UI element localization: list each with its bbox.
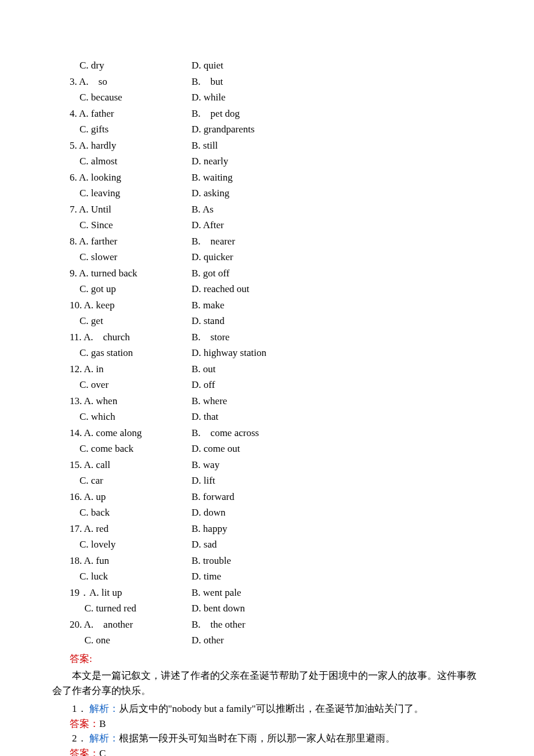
mc-row: 3. A. soB. but [52,74,482,89]
mc-row: C. leavingD. asking [52,186,482,201]
mc-row: 18. A. funB. trouble [52,553,482,568]
mc-option-right: B. out [192,362,216,377]
explanation-body: 从后文中的"nobody but a family"可以推断出，在圣诞节加油站关… [119,703,424,714]
mc-option-left: C. slower [70,250,192,265]
mc-option-left: C. dry [70,58,192,73]
mc-option-left: C. come back [70,441,192,456]
mc-option-right: B. come across [192,426,259,441]
answer-line: 答案：B [52,717,482,732]
mc-option-left: 3. A. so [70,74,192,89]
mc-option-right: B. happy [192,521,227,537]
mc-option-right: D. stand [192,314,225,329]
mc-option-right: B. forward [192,489,234,505]
mc-row: C. backD. down [52,505,482,520]
mc-option-left: 19．A. lit up [70,585,192,600]
mc-row: 16. A. upB. forward [52,489,482,505]
mc-option-left: C. one [70,633,192,648]
mc-option-right: D. sad [192,537,217,552]
mc-row: C. getD. stand [52,314,482,329]
mc-option-left: 13. A. when [70,394,192,409]
mc-option-left: C. lovely [70,537,192,552]
mc-row: C. oneD. other [52,633,482,648]
mc-option-right: B. where [192,394,227,409]
mc-option-right: B. but [192,74,223,89]
mc-option-right: D. time [192,569,221,584]
mc-option-right: D. off [192,377,215,393]
mc-option-left: 9. A. turned back [70,266,192,281]
answer-line: 答案：C [52,746,482,757]
explanation-label: 解析： [89,733,119,744]
mc-option-left: C. back [70,505,192,520]
mc-option-left: C. leaving [70,186,192,201]
mc-row: C. whichD. that [52,409,482,424]
intro-paragraph: 本文是一篇记叙文，讲述了作者的父亲在圣诞节帮助了处于困境中的一家人的故事。这件事… [35,668,482,698]
mc-option-left: C. car [70,473,192,488]
mc-option-left: 17. A. red [70,521,192,537]
mc-option-left: C. Since [70,218,192,233]
mc-row: C. SinceD. After [52,218,482,233]
mc-row: 15. A. callB. way [52,458,482,473]
mc-option-left: C. gifts [70,122,192,137]
explanation-number: 1． [72,703,87,714]
mc-option-left: C. almost [70,154,192,169]
explanation: 1．解析：从后文中的"nobody but a family"可以推断出，在圣诞… [35,701,482,717]
mc-option-left: 4. A. father [70,106,192,121]
mc-option-left: 6. A. looking [70,170,192,185]
mc-row: C. becauseD. while [52,90,482,105]
mc-option-left: C. because [70,90,192,105]
mc-option-right: B. the other [192,617,246,632]
mc-option-right: B. got off [192,266,229,281]
mc-option-right: D. that [192,409,218,424]
explanation: 2．解析：根据第一段开头可知当时在下雨，所以那一家人站在那里避雨。 [35,731,482,746]
mc-option-left: 5. A. hardly [70,138,192,153]
mc-row: 11. A. churchB. store [52,330,482,345]
mc-option-right: D. nearly [192,154,228,169]
mc-option-right: D. while [192,90,226,105]
mc-row: 9. A. turned backB. got off [52,266,482,281]
explanations: 1．解析：从后文中的"nobody but a family"可以推断出，在圣诞… [52,701,482,756]
mc-option-left: 8. A. farther [70,234,192,249]
mc-option-right: D. down [192,505,226,520]
mc-option-right: D. After [192,218,224,233]
mc-row: C. almostD. nearly [52,154,482,169]
answer-label: 答案： [70,748,99,757]
mc-option-right: B. went pale [192,585,241,600]
mc-option-left: 12. A. in [70,362,192,377]
mc-option-right: B. make [192,298,225,313]
mc-option-right: D. highway station [192,345,266,361]
mc-option-left: 14. A. come along [70,426,192,441]
mc-option-right: D. other [192,633,224,648]
mc-option-left: 16. A. up [70,489,192,505]
document-page: C. dryD. quiet3. A. soB. but C. becauseD… [0,0,534,756]
mc-option-right: D. quicker [192,250,233,265]
mc-row: 19．A. lit upB. went pale [52,585,482,600]
mc-row: C. come backD. come out [52,441,482,456]
answer-label: 答案： [70,718,99,729]
mc-row: 6. A. lookingB. waiting [52,170,482,185]
mc-row: 8. A. fartherB. nearer [52,234,482,249]
answers-heading: 答案: [52,651,482,667]
mc-option-right: D. bent down [192,601,245,616]
mc-option-right: B. pet dog [192,106,240,121]
mc-row: C. gas stationD. highway station [52,345,482,361]
mc-option-left: 11. A. church [70,330,192,345]
mc-row: C. luckD. time [52,569,482,584]
mc-options: C. dryD. quiet3. A. soB. but C. becauseD… [52,58,482,648]
mc-option-left: C. luck [70,569,192,584]
mc-row: 13. A. whenB. where [52,394,482,409]
mc-row: 14. A. come alongB. come across [52,426,482,441]
mc-option-right: B. way [192,458,219,473]
mc-option-left: C. got up [70,282,192,297]
mc-option-right: B. nearer [192,234,235,249]
explanation-body: 根据第一段开头可知当时在下雨，所以那一家人站在那里避雨。 [119,733,395,744]
mc-row: C. giftsD. grandparents [52,122,482,137]
mc-option-right: B. As [192,202,214,217]
mc-option-right: B. trouble [192,553,231,568]
mc-row: C. slowerD. quicker [52,250,482,265]
mc-row: C. carD. lift [52,473,482,488]
mc-row: C. lovelyD. sad [52,537,482,552]
mc-row: 4. A. fatherB. pet dog [52,106,482,121]
mc-option-left: 7. A. Until [70,202,192,217]
answer-value: C [99,748,106,757]
mc-option-right: B. store [192,330,230,345]
